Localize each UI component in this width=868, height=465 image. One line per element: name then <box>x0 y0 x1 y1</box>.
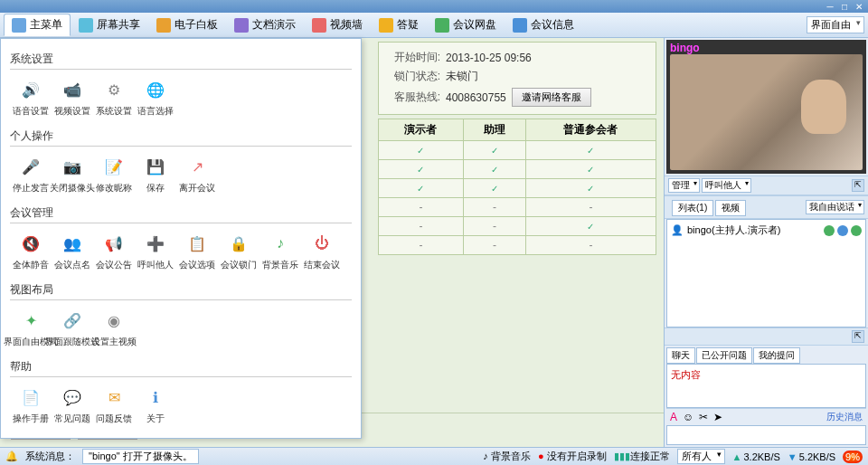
mic-status-icon[interactable] <box>824 225 835 236</box>
start-time-label: 开始时间: <box>386 50 440 65</box>
participant-row[interactable]: 👤 bingo(主持人.演示者) <box>669 222 863 239</box>
popout-icon[interactable]: ⇱ <box>852 179 864 192</box>
menu-item-icon: 🎤 <box>18 154 43 179</box>
menu-item[interactable]: ⏻结束会议 <box>301 229 343 273</box>
tab-label: 电子白板 <box>175 17 218 33</box>
close-button[interactable]: ✕ <box>854 2 864 11</box>
perm-cell <box>379 198 464 217</box>
menu-item-label: 问题反馈 <box>96 413 132 425</box>
restore-button[interactable]: □ <box>839 2 850 11</box>
menu-item-label: 呼叫他人 <box>137 259 174 271</box>
menu-item-label: 系统设置 <box>96 105 132 118</box>
menu-item[interactable]: 💾保存 <box>135 152 176 196</box>
chat-tab[interactable]: 已公开问题 <box>696 347 752 364</box>
menu-item[interactable]: ⚙系统设置 <box>93 75 135 119</box>
menu-item[interactable]: 📢会议公告 <box>93 229 135 273</box>
tab-1[interactable]: 屏幕共享 <box>71 14 148 36</box>
menu-item[interactable]: 🔒会议锁门 <box>218 229 259 273</box>
meeting-info-box: 开始时间:2013-10-25 09:56 锁门状态:未锁门 客服热线:4008… <box>378 42 656 115</box>
chat-tab[interactable]: 聊天 <box>666 347 695 364</box>
chat-input[interactable] <box>666 425 866 445</box>
menu-item-icon: 📋 <box>184 231 210 256</box>
menu-item[interactable]: ♪背景音乐 <box>259 229 301 273</box>
chat-tab[interactable]: 我的提问 <box>753 347 800 364</box>
table-row <box>379 217 656 236</box>
menu-item-label: 全体静音 <box>13 259 49 271</box>
list-tab[interactable]: 列表(1) <box>672 200 713 216</box>
menu-item[interactable]: 🔊语音设置 <box>10 75 52 119</box>
menu-item[interactable]: 📄操作手册 <box>10 383 52 427</box>
font-icon[interactable]: A <box>670 411 677 423</box>
perm-cell <box>463 160 525 179</box>
window-titlebar: ─ □ ✕ <box>0 0 868 13</box>
emoji-icon[interactable]: ☺ <box>683 411 693 423</box>
menu-item[interactable]: 📝修改昵称 <box>93 152 135 196</box>
menu-item-icon: ↗ <box>184 154 210 179</box>
menu-item[interactable]: ℹ关于 <box>135 383 176 427</box>
menu-item[interactable]: 📋会议选项 <box>176 229 218 273</box>
perm-cell <box>379 236 464 255</box>
status-bar: 🔔 系统消息： "bingo" 打开了摄像头。 ♪ 背景音乐 ● 没有开启录制 … <box>0 447 868 465</box>
menu-section-title: 帮助 <box>10 356 352 377</box>
tab-6[interactable]: 会议网盘 <box>427 14 505 36</box>
main-menu-dropdown: 系统设置🔊语音设置📹视频设置⚙系统设置🌐语言选择个人操作🎤停止发言📷关闭摄像头📝… <box>0 38 362 439</box>
speak-mode-select[interactable]: 我自由说话 <box>806 200 864 214</box>
chat-body: 无内容 <box>666 364 866 408</box>
menu-item-icon: ➕ <box>143 231 168 256</box>
video-tab[interactable]: 视频 <box>715 200 746 216</box>
menu-item[interactable]: ✉问题反馈 <box>93 383 135 427</box>
menu-item-label: 背景音乐 <box>262 259 298 271</box>
menu-item-icon: 📝 <box>101 154 127 179</box>
video-preview[interactable]: bingo <box>666 40 866 174</box>
send-icon[interactable]: ➤ <box>713 411 722 423</box>
menu-item[interactable]: 🔗界面跟随模式 <box>52 306 93 350</box>
camera-feed <box>670 54 863 170</box>
menu-item[interactable]: 📷关闭摄像头 <box>52 152 93 196</box>
menu-item[interactable]: 🔇全体静音 <box>10 229 52 273</box>
menu-item-label: 语言选择 <box>137 105 174 118</box>
tab-4[interactable]: 视频墙 <box>304 14 371 36</box>
sysmsg-prefix: 系统消息： <box>25 450 75 463</box>
tab-icon <box>234 18 249 33</box>
menu-item[interactable]: 💬常见问题 <box>52 383 93 427</box>
table-row <box>379 179 656 198</box>
tab-5[interactable]: 答疑 <box>371 14 427 36</box>
menu-item[interactable]: 🎤停止发言 <box>10 152 52 196</box>
manage-select[interactable]: 管理 <box>668 178 700 193</box>
speaker-status-icon[interactable] <box>851 225 862 236</box>
chat-target-select[interactable]: 所有人 <box>677 449 725 464</box>
invite-support-button[interactable]: 邀请网络客服 <box>512 88 591 107</box>
layout-mode-select[interactable]: 界面自由 <box>807 16 864 33</box>
menu-item[interactable]: 🌐语言选择 <box>135 75 176 119</box>
tab-0[interactable]: 主菜单 <box>4 14 71 36</box>
tab-icon <box>79 18 93 33</box>
minimize-button[interactable]: ─ <box>825 2 835 11</box>
screenshot-icon[interactable]: ✂ <box>699 411 708 423</box>
menu-item-label: 会议点名 <box>54 259 90 271</box>
chat-popout-icon[interactable]: ⇱ <box>852 330 864 343</box>
menu-item[interactable]: 📹视频设置 <box>52 75 93 119</box>
cam-status-icon[interactable] <box>837 225 848 236</box>
user-icon: 👤 <box>671 224 684 236</box>
menu-item[interactable]: ◉设置主视频 <box>93 306 135 350</box>
menu-item-label: 设置主视频 <box>91 336 137 348</box>
perm-cell <box>463 217 525 236</box>
tab-icon <box>379 18 393 33</box>
tab-3[interactable]: 文档演示 <box>226 14 304 36</box>
menu-item-icon: ✦ <box>18 308 43 333</box>
tab-icon <box>12 18 26 33</box>
bgm-indicator[interactable]: ♪ 背景音乐 <box>483 450 531 463</box>
menu-item[interactable]: 👥会议点名 <box>52 229 93 273</box>
hotline-value: 4008630755 <box>446 91 506 104</box>
menu-item[interactable]: ➕呼叫他人 <box>135 229 176 273</box>
record-indicator[interactable]: ● 没有开启录制 <box>538 450 607 463</box>
call-others-select[interactable]: 呼叫他人 <box>702 178 751 193</box>
menu-item[interactable]: ↗离开会议 <box>176 152 218 196</box>
menu-item-icon: ♪ <box>268 231 293 256</box>
tab-7[interactable]: 会议信息 <box>505 14 582 36</box>
tab-2[interactable]: 电子白板 <box>148 14 226 36</box>
tab-label: 视频墙 <box>330 17 363 33</box>
perm-cell <box>525 198 656 217</box>
history-link[interactable]: 历史消息 <box>826 411 863 423</box>
cpu-indicator: 9% <box>843 451 863 463</box>
